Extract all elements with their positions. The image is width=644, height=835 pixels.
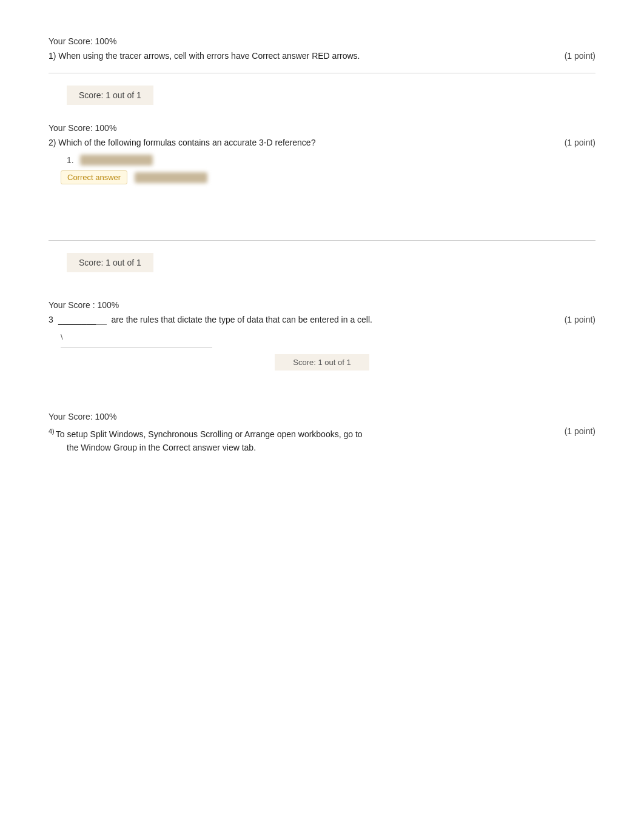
q2-option-number: 1.	[67, 155, 74, 165]
q2-correct-answer-row: Correct answer	[61, 170, 595, 184]
q4-text-main: To setup Split Windows, Synchronous Scro…	[56, 429, 363, 439]
q1-score-box: Score: 1 out of 1	[67, 86, 153, 105]
q1-question-text: 1) When using the tracer arrows, cell wi…	[49, 51, 565, 61]
q3-continuation: \	[61, 332, 595, 341]
question-3-block: Your Score : 100% 3 ________ are the rul…	[49, 300, 595, 371]
q3-question-line: 3 ________ are the rules that dictate th…	[49, 315, 595, 325]
q3-text-post: are the rules that dictate the type of d…	[112, 315, 372, 324]
q3-score-box-wrapper: Score: 1 out of 1	[49, 354, 595, 371]
q2-score-box: Score: 1 out of 1	[67, 253, 153, 272]
q2-question-line: 2) Which of the following formulas conta…	[49, 138, 595, 147]
question-1-block: Your Score: 100% 1) When using the trace…	[49, 36, 595, 111]
q2-option-1: 1.	[67, 155, 595, 166]
q4-text-indent: the Window Group in the Correct answer v…	[67, 443, 256, 452]
q3-response-area	[61, 347, 595, 348]
q1-question-line: 1) When using the tracer arrows, cell wi…	[49, 51, 595, 61]
q2-divider	[49, 240, 595, 241]
q4-question-text: 4)To setup Split Windows, Synchronous Sc…	[49, 426, 565, 454]
q3-question-text: 3 ________ are the rules that dictate th…	[49, 315, 565, 325]
q2-correct-label: Correct answer	[61, 170, 127, 184]
q2-question-text: 2) Which of the following formulas conta…	[49, 138, 565, 147]
q4-question-line: 4)To setup Split Windows, Synchronous Sc…	[49, 426, 595, 460]
q1-points: (1 point)	[565, 51, 595, 61]
q4-points: (1 point)	[565, 426, 595, 436]
q3-your-score: Your Score : 100%	[49, 300, 595, 310]
q3-points: (1 point)	[565, 315, 595, 324]
q2-your-score: Your Score: 100%	[49, 123, 595, 133]
q4-your-score: Your Score: 100%	[49, 412, 595, 421]
q3-score-box: Score: 1 out of 1	[275, 354, 369, 371]
q2-blurred-correct	[135, 172, 207, 183]
question-2-block: Your Score: 100% 2) Which of the followi…	[49, 123, 595, 278]
q1-divider	[49, 73, 595, 73]
question-4-block: Your Score: 100% 4)To setup Split Window…	[49, 412, 595, 460]
q3-number: 3	[49, 315, 53, 324]
q4-number: 4)	[49, 428, 55, 435]
q3-fill-blank: ________	[58, 315, 107, 325]
q1-your-score: Your Score: 100%	[49, 36, 595, 46]
q2-points: (1 point)	[565, 138, 595, 147]
q2-blurred-option	[80, 155, 153, 166]
